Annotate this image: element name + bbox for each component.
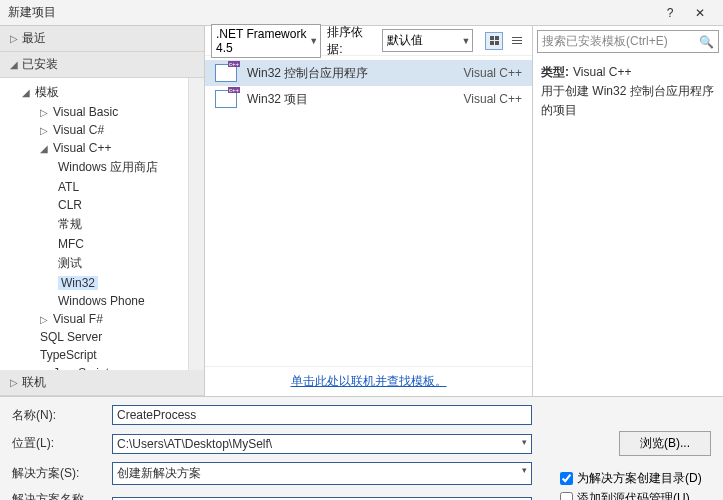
left-panel: ▷最近 ◢已安装 ◢模板 ▷Visual Basic ▷Visual C# ◢V… — [0, 26, 205, 396]
chevron-right-icon: ▷ — [40, 314, 50, 325]
tree-general[interactable]: 常规 — [0, 214, 204, 235]
tree-sql[interactable]: SQL Server — [0, 328, 204, 346]
chevron-down-icon: ▼ — [309, 36, 318, 46]
chevron-down-icon: ▼ — [462, 36, 471, 46]
window-title: 新建项目 — [8, 4, 655, 21]
name-label: 名称(N): — [12, 407, 102, 424]
recent-header[interactable]: ▷最近 — [0, 26, 204, 52]
close-button[interactable]: ✕ — [685, 6, 715, 20]
tree-mfc[interactable]: MFC — [0, 235, 204, 253]
search-input[interactable]: 搜索已安装模板(Ctrl+E)🔍 — [537, 30, 719, 53]
list-view-icon[interactable] — [509, 32, 526, 50]
type-value: Visual C++ — [573, 65, 631, 79]
solutionname-label: 解决方案名称(M): — [12, 491, 102, 500]
tree-ts[interactable]: TypeScript — [0, 346, 204, 364]
tree-test[interactable]: 测试 — [0, 253, 204, 274]
cpp-project-icon — [215, 64, 237, 82]
sort-combo[interactable]: 默认值▼ — [382, 29, 473, 52]
tree-atl[interactable]: ATL — [0, 178, 204, 196]
desc-text: 用于创建 Win32 控制台应用程序的项目 — [541, 82, 715, 120]
installed-header[interactable]: ◢已安装 — [0, 52, 204, 78]
chevron-right-icon: ▷ — [40, 125, 50, 136]
online-header[interactable]: ▷联机 — [0, 370, 204, 396]
create-dir-checkbox[interactable]: 为解决方案创建目录(D) — [560, 470, 711, 487]
online-link-bar: 单击此处以联机并查找模板。 — [205, 366, 532, 396]
tree-templates[interactable]: ◢模板 — [0, 82, 204, 103]
bottom-form: 名称(N): CreateProcess 位置(L): C:\Users\AT\… — [0, 396, 723, 500]
help-button[interactable]: ? — [655, 6, 685, 20]
template-group: Visual C++ — [464, 66, 522, 80]
template-row[interactable]: Win32 控制台应用程序 Visual C++ — [205, 60, 532, 86]
framework-combo[interactable]: .NET Framework 4.5▼ — [211, 24, 321, 58]
template-name: Win32 控制台应用程序 — [247, 65, 454, 82]
chevron-down-icon: ◢ — [10, 59, 18, 70]
chevron-down-icon: ◢ — [22, 87, 32, 98]
solutionname-input[interactable]: CreateProcess — [112, 497, 532, 501]
chevron-right-icon: ▷ — [40, 107, 50, 118]
chevron-right-icon: ▷ — [10, 33, 18, 44]
tree-js[interactable]: ▷JavaScript — [0, 364, 204, 370]
right-panel: 搜索已安装模板(Ctrl+E)🔍 类型:Visual C++ 用于创建 Win3… — [533, 26, 723, 396]
tree-fs[interactable]: ▷Visual F# — [0, 310, 204, 328]
template-list: Win32 控制台应用程序 Visual C++ Win32 项目 Visual… — [205, 56, 532, 366]
template-row[interactable]: Win32 项目 Visual C++ — [205, 86, 532, 112]
type-label: 类型: — [541, 65, 569, 79]
solution-combo[interactable]: 创建新解决方案▾ — [112, 462, 532, 485]
tree-vb[interactable]: ▷Visual Basic — [0, 103, 204, 121]
source-control-checkbox[interactable]: 添加到源代码管理(U) — [560, 490, 711, 500]
chevron-right-icon: ▷ — [40, 368, 50, 371]
template-tree: ◢模板 ▷Visual Basic ▷Visual C# ◢Visual C++… — [0, 78, 204, 370]
location-combo[interactable]: C:\Users\AT\Desktop\MySelf\▾ — [112, 434, 532, 454]
center-panel: .NET Framework 4.5▼ 排序依据: 默认值▼ Win32 控制台… — [205, 26, 533, 396]
template-description: 类型:Visual C++ 用于创建 Win32 控制台应用程序的项目 — [533, 57, 723, 127]
solution-label: 解决方案(S): — [12, 465, 102, 482]
search-icon: 🔍 — [699, 35, 714, 49]
cpp-project-icon — [215, 90, 237, 108]
tree-clr[interactable]: CLR — [0, 196, 204, 214]
location-label: 位置(L): — [12, 435, 102, 452]
browse-button[interactable]: 浏览(B)... — [619, 431, 711, 456]
template-group: Visual C++ — [464, 92, 522, 106]
tree-store[interactable]: Windows 应用商店 — [0, 157, 204, 178]
tree-wp[interactable]: Windows Phone — [0, 292, 204, 310]
sort-label: 排序依据: — [327, 24, 376, 58]
titlebar: 新建项目 ? ✕ — [0, 0, 723, 26]
scrollbar-thumb[interactable] — [191, 82, 202, 142]
online-link[interactable]: 单击此处以联机并查找模板。 — [291, 374, 447, 388]
chevron-down-icon: ▾ — [522, 465, 527, 475]
toolbar: .NET Framework 4.5▼ 排序依据: 默认值▼ — [205, 26, 532, 56]
chevron-down-icon: ▾ — [522, 437, 527, 447]
grid-view-icon[interactable] — [485, 32, 502, 50]
name-input[interactable]: CreateProcess — [112, 405, 532, 425]
tree-cs[interactable]: ▷Visual C# — [0, 121, 204, 139]
tree-win32[interactable]: Win32 — [0, 274, 204, 292]
tree-cpp[interactable]: ◢Visual C++ — [0, 139, 204, 157]
chevron-right-icon: ▷ — [10, 377, 18, 388]
template-name: Win32 项目 — [247, 91, 454, 108]
chevron-down-icon: ◢ — [40, 143, 50, 154]
